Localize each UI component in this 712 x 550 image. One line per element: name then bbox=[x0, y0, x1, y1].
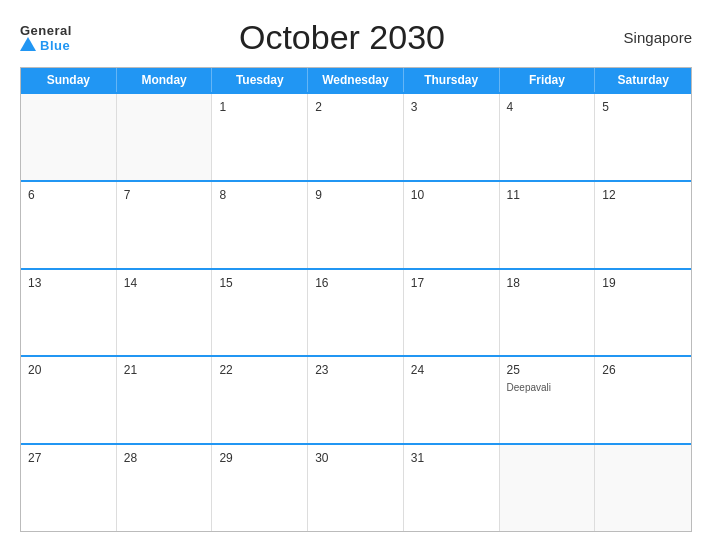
calendar-cell bbox=[500, 445, 596, 531]
logo-triangle-icon bbox=[20, 37, 36, 51]
calendar-cell: 10 bbox=[404, 182, 500, 268]
day-number: 10 bbox=[411, 187, 492, 204]
calendar-cell: 3 bbox=[404, 94, 500, 180]
day-number: 29 bbox=[219, 450, 300, 467]
day-number: 30 bbox=[315, 450, 396, 467]
header-cell-thursday: Thursday bbox=[404, 68, 500, 92]
day-number: 12 bbox=[602, 187, 684, 204]
calendar-week-4: 202122232425Deepavali26 bbox=[21, 355, 691, 443]
day-number: 2 bbox=[315, 99, 396, 116]
day-number: 21 bbox=[124, 362, 205, 379]
day-number: 26 bbox=[602, 362, 684, 379]
calendar-cell: 12 bbox=[595, 182, 691, 268]
calendar-cell: 7 bbox=[117, 182, 213, 268]
day-number: 25 bbox=[507, 362, 588, 379]
calendar-cell: 26 bbox=[595, 357, 691, 443]
header-cell-friday: Friday bbox=[500, 68, 596, 92]
day-number: 8 bbox=[219, 187, 300, 204]
day-number: 4 bbox=[507, 99, 588, 116]
day-number: 17 bbox=[411, 275, 492, 292]
header-cell-sunday: Sunday bbox=[21, 68, 117, 92]
day-number: 18 bbox=[507, 275, 588, 292]
calendar-cell: 9 bbox=[308, 182, 404, 268]
calendar-cell: 30 bbox=[308, 445, 404, 531]
calendar-cell: 18 bbox=[500, 270, 596, 356]
day-number: 7 bbox=[124, 187, 205, 204]
day-number: 14 bbox=[124, 275, 205, 292]
calendar-cell: 28 bbox=[117, 445, 213, 531]
header-cell-tuesday: Tuesday bbox=[212, 68, 308, 92]
day-number: 13 bbox=[28, 275, 109, 292]
day-number: 9 bbox=[315, 187, 396, 204]
calendar-cell: 15 bbox=[212, 270, 308, 356]
day-number: 23 bbox=[315, 362, 396, 379]
calendar-header-row: SundayMondayTuesdayWednesdayThursdayFrid… bbox=[21, 68, 691, 92]
calendar-body: 1234567891011121314151617181920212223242… bbox=[21, 92, 691, 531]
holiday-label: Deepavali bbox=[507, 381, 588, 394]
header-cell-monday: Monday bbox=[117, 68, 213, 92]
calendar-week-2: 6789101112 bbox=[21, 180, 691, 268]
day-number: 1 bbox=[219, 99, 300, 116]
day-number: 22 bbox=[219, 362, 300, 379]
calendar-cell: 19 bbox=[595, 270, 691, 356]
calendar-cell: 22 bbox=[212, 357, 308, 443]
day-number: 24 bbox=[411, 362, 492, 379]
header-cell-wednesday: Wednesday bbox=[308, 68, 404, 92]
calendar: SundayMondayTuesdayWednesdayThursdayFrid… bbox=[20, 67, 692, 532]
day-number: 16 bbox=[315, 275, 396, 292]
calendar-cell: 23 bbox=[308, 357, 404, 443]
day-number: 31 bbox=[411, 450, 492, 467]
logo: General Blue bbox=[20, 23, 72, 53]
logo-blue-text: Blue bbox=[40, 38, 70, 53]
calendar-cell bbox=[21, 94, 117, 180]
calendar-week-5: 2728293031 bbox=[21, 443, 691, 531]
day-number: 11 bbox=[507, 187, 588, 204]
calendar-cell bbox=[595, 445, 691, 531]
calendar-cell: 31 bbox=[404, 445, 500, 531]
logo-general-text: General bbox=[20, 23, 72, 38]
logo-blue-row: Blue bbox=[20, 38, 70, 53]
calendar-cell bbox=[117, 94, 213, 180]
calendar-cell: 21 bbox=[117, 357, 213, 443]
header-cell-saturday: Saturday bbox=[595, 68, 691, 92]
calendar-cell: 1 bbox=[212, 94, 308, 180]
day-number: 27 bbox=[28, 450, 109, 467]
day-number: 5 bbox=[602, 99, 684, 116]
calendar-cell: 11 bbox=[500, 182, 596, 268]
calendar-week-1: 12345 bbox=[21, 92, 691, 180]
calendar-cell: 13 bbox=[21, 270, 117, 356]
calendar-cell: 8 bbox=[212, 182, 308, 268]
region-label: Singapore bbox=[612, 29, 692, 46]
calendar-week-3: 13141516171819 bbox=[21, 268, 691, 356]
calendar-cell: 5 bbox=[595, 94, 691, 180]
calendar-cell: 24 bbox=[404, 357, 500, 443]
calendar-cell: 25Deepavali bbox=[500, 357, 596, 443]
day-number: 6 bbox=[28, 187, 109, 204]
calendar-cell: 20 bbox=[21, 357, 117, 443]
calendar-title: October 2030 bbox=[72, 18, 612, 57]
page-header: General Blue October 2030 Singapore bbox=[20, 18, 692, 57]
calendar-cell: 16 bbox=[308, 270, 404, 356]
calendar-cell: 27 bbox=[21, 445, 117, 531]
day-number: 19 bbox=[602, 275, 684, 292]
calendar-cell: 4 bbox=[500, 94, 596, 180]
day-number: 28 bbox=[124, 450, 205, 467]
calendar-cell: 17 bbox=[404, 270, 500, 356]
calendar-cell: 2 bbox=[308, 94, 404, 180]
day-number: 20 bbox=[28, 362, 109, 379]
day-number: 15 bbox=[219, 275, 300, 292]
calendar-cell: 6 bbox=[21, 182, 117, 268]
day-number: 3 bbox=[411, 99, 492, 116]
calendar-cell: 29 bbox=[212, 445, 308, 531]
calendar-cell: 14 bbox=[117, 270, 213, 356]
